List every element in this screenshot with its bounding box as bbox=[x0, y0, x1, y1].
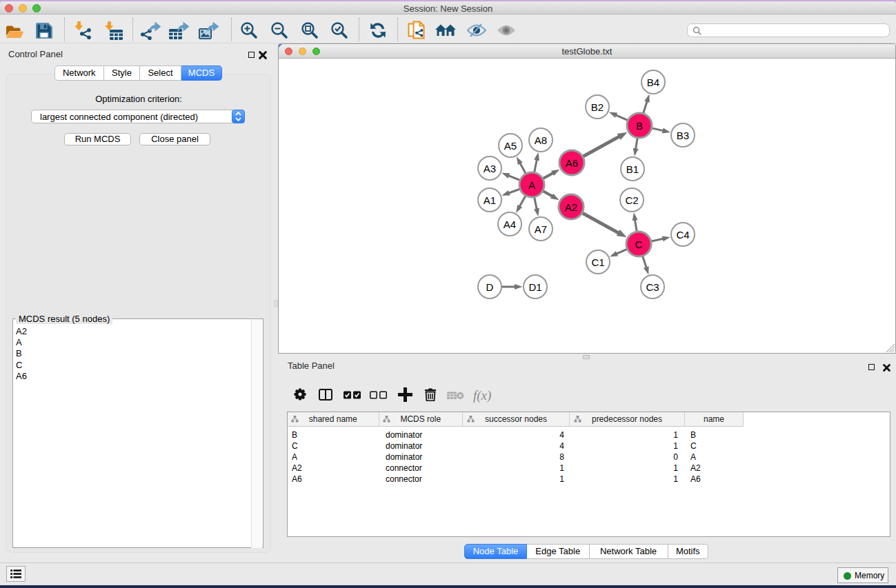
svg-text:D: D bbox=[486, 281, 494, 293]
svg-text:D1: D1 bbox=[528, 281, 541, 293]
svg-text:B4: B4 bbox=[647, 77, 659, 88]
svg-text:A5: A5 bbox=[504, 140, 517, 152]
svg-text:A2: A2 bbox=[565, 201, 577, 213]
svg-text:C3: C3 bbox=[646, 281, 659, 293]
svg-text:A1: A1 bbox=[484, 194, 496, 206]
svg-text:A4: A4 bbox=[504, 219, 516, 230]
svg-text:C1: C1 bbox=[591, 256, 604, 268]
svg-text:A3: A3 bbox=[484, 163, 496, 174]
svg-text:C: C bbox=[635, 239, 643, 250]
svg-text:A: A bbox=[528, 179, 535, 191]
svg-text:A7: A7 bbox=[535, 223, 547, 235]
svg-text:B1: B1 bbox=[626, 163, 639, 175]
svg-text:B3: B3 bbox=[677, 130, 689, 141]
svg-text:B2: B2 bbox=[591, 101, 604, 113]
svg-text:A8: A8 bbox=[535, 134, 547, 146]
svg-text:C2: C2 bbox=[625, 194, 638, 206]
svg-text:C4: C4 bbox=[676, 229, 689, 241]
svg-text:B: B bbox=[636, 120, 643, 132]
svg-text:A6: A6 bbox=[566, 157, 578, 169]
